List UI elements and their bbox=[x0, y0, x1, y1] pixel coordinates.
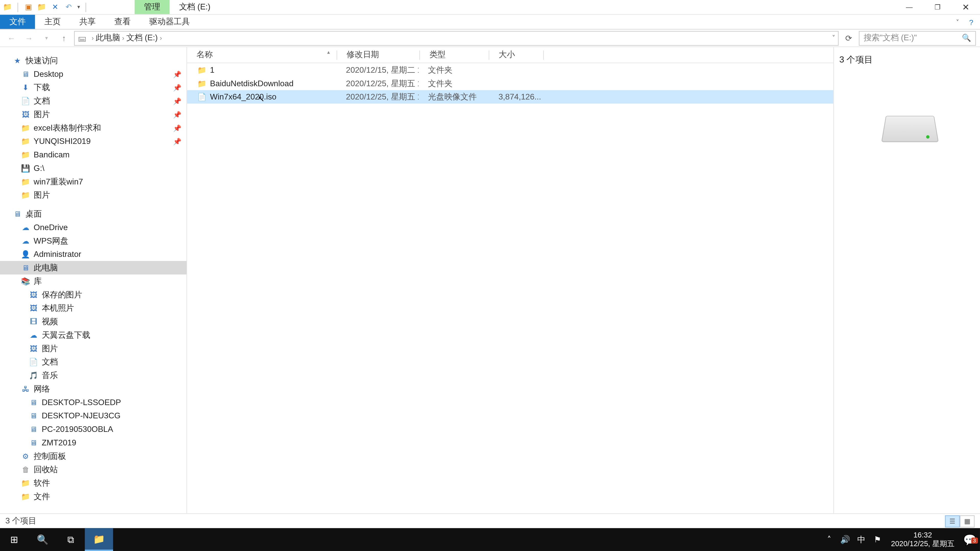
help-icon[interactable]: ? bbox=[966, 17, 976, 27]
minimize-button[interactable]: — bbox=[895, 0, 924, 14]
forward-button[interactable]: → bbox=[21, 30, 36, 45]
ime-icon[interactable]: 中 bbox=[853, 534, 870, 545]
tree-network[interactable]: 🖧 网络 bbox=[0, 382, 186, 395]
taskbar-explorer[interactable]: 📁 bbox=[85, 528, 113, 551]
tree-item[interactable]: 🖥PC-20190530OBLA bbox=[0, 422, 186, 436]
col-size[interactable]: 大小 bbox=[489, 49, 543, 61]
tree-item[interactable]: 🖼图片 bbox=[0, 342, 186, 355]
tree-item-icon: 🖥 bbox=[28, 424, 39, 434]
tree-item[interactable]: ☁OneDrive bbox=[0, 221, 186, 234]
file-date: 2020/12/25, 星期五 1... bbox=[337, 91, 419, 103]
taskview-button[interactable]: ⧉ bbox=[57, 528, 85, 551]
close-button[interactable]: ✕ bbox=[952, 0, 980, 14]
tab-view[interactable]: 查看 bbox=[105, 15, 140, 29]
ribbon-collapse-icon[interactable]: ˅ bbox=[953, 17, 963, 27]
tree-item-label: 图片 bbox=[34, 109, 50, 120]
crumb-loc[interactable]: 文档 (E:) bbox=[126, 32, 158, 44]
file-row[interactable]: 📄Win7x64_2020.iso2020/12/25, 星期五 1...光盘映… bbox=[187, 90, 833, 103]
tree-item[interactable]: 🖥此电脑 bbox=[0, 261, 186, 275]
clock[interactable]: 16:32 2020/12/25, 星期五 bbox=[886, 531, 960, 548]
file-icon: 📄 bbox=[197, 92, 207, 102]
tree-item[interactable]: ☁WPS网盘 bbox=[0, 234, 186, 248]
body: ★ 快速访问 🖥Desktop📌⬇下载📌📄文档📌🖼图片📌📁excel表格制作求和… bbox=[0, 47, 980, 513]
volume-icon[interactable]: 🔊 bbox=[837, 535, 853, 545]
details-view-button[interactable]: ☰ bbox=[945, 515, 960, 527]
file-row[interactable]: 📁12020/12/15, 星期二 1...文件夹 bbox=[187, 63, 833, 77]
address-dropdown-icon[interactable]: ˅ bbox=[832, 35, 835, 42]
col-name[interactable]: 名称▴ bbox=[187, 49, 336, 61]
status-text: 3 个项目 bbox=[5, 515, 36, 527]
tree-item-label: 保存的图片 bbox=[42, 289, 82, 300]
tree-item[interactable]: 📁文件 bbox=[0, 490, 186, 503]
tree-item-icon: 🗑 bbox=[20, 464, 31, 475]
start-button[interactable]: ⊞ bbox=[0, 528, 28, 551]
qat-customize-icon[interactable]: ▾ bbox=[77, 4, 80, 10]
tree-item[interactable]: 🗑回收站 bbox=[0, 463, 186, 476]
recent-dropdown-icon[interactable]: ▾ bbox=[39, 30, 54, 45]
notifications-button[interactable]: 💬 3 bbox=[960, 533, 980, 546]
refresh-button[interactable]: ⟳ bbox=[842, 30, 856, 45]
tree-item[interactable]: 🖼保存的图片 bbox=[0, 288, 186, 302]
crumb-sep-icon: › bbox=[160, 35, 162, 42]
tree-item-icon: 📄 bbox=[28, 357, 39, 367]
taskbar: ⊞ 🔍 ⧉ 📁 ˄ 🔊 中 ⚑ 16:32 2020/12/25, 星期五 💬 … bbox=[0, 528, 980, 551]
tab-file[interactable]: 文件 bbox=[0, 15, 35, 29]
ribbon: 文件 主页 共享 查看 驱动器工具 ˅ ? bbox=[0, 15, 980, 30]
tree-quick-access[interactable]: ★ 快速访问 bbox=[0, 54, 186, 67]
file-type: 文件夹 bbox=[418, 78, 487, 89]
tab-share[interactable]: 共享 bbox=[70, 15, 105, 29]
tree-item[interactable]: 🎞视频 bbox=[0, 315, 186, 328]
network-icon: 🖧 bbox=[20, 383, 31, 394]
search-icon[interactable]: 🔍 bbox=[962, 34, 971, 42]
tree-item[interactable]: 📚库 bbox=[0, 275, 186, 288]
tree-item[interactable]: 📄文档 bbox=[0, 355, 186, 368]
tree-item[interactable]: 📁excel表格制作求和📌 bbox=[0, 121, 186, 135]
ribbon-right: ˅ ? bbox=[953, 15, 980, 29]
undo-icon[interactable]: ↶ bbox=[64, 2, 73, 12]
pin-icon: 📌 bbox=[173, 84, 181, 91]
tree-item[interactable]: 🖥Desktop📌 bbox=[0, 67, 186, 81]
properties-icon[interactable]: ▣ bbox=[24, 2, 33, 12]
tree-item[interactable]: 🖥DESKTOP-LSSOEDP bbox=[0, 395, 186, 409]
col-date[interactable]: 修改日期 bbox=[337, 49, 419, 61]
file-icon: 📁 bbox=[197, 78, 207, 89]
tree-item[interactable]: 🖼本机照片 bbox=[0, 302, 186, 315]
tree-desktop-root[interactable]: 🖥 桌面 bbox=[0, 207, 186, 221]
maximize-button[interactable]: ❐ bbox=[923, 0, 952, 14]
file-row[interactable]: 📁BaiduNetdiskDownload2020/12/25, 星期五 1..… bbox=[187, 77, 833, 90]
context-tab[interactable]: 管理 bbox=[135, 0, 169, 14]
thumbnails-view-button[interactable]: ▦ bbox=[960, 515, 975, 527]
tree-item-label: 文档 bbox=[34, 95, 50, 106]
newfolder-icon[interactable]: 📁 bbox=[37, 2, 46, 12]
search-input[interactable]: 搜索"文档 (E:)" 🔍 bbox=[859, 30, 976, 45]
back-button[interactable]: ← bbox=[4, 30, 19, 45]
tray-overflow-icon[interactable]: ˄ bbox=[821, 535, 837, 545]
tree-item[interactable]: 📁Bandicam bbox=[0, 148, 186, 162]
tree-item[interactable]: ⚙控制面板 bbox=[0, 449, 186, 463]
col-type[interactable]: 类型 bbox=[420, 49, 489, 61]
tree-item[interactable]: 💾G:\ bbox=[0, 162, 186, 175]
tree-item[interactable]: 📁win7重装win7 bbox=[0, 175, 186, 189]
tree-item[interactable]: 📁图片 bbox=[0, 188, 186, 202]
tree-item[interactable]: 🎵音乐 bbox=[0, 368, 186, 382]
tree-item-icon: ⬇ bbox=[20, 82, 31, 93]
tree-item[interactable]: 📄文档📌 bbox=[0, 94, 186, 108]
tree-item[interactable]: ☁天翼云盘下载 bbox=[0, 328, 186, 342]
crumb-root[interactable]: 此电脑 bbox=[96, 32, 120, 44]
search-button[interactable]: 🔍 bbox=[28, 528, 57, 551]
tree-item[interactable]: 📁YUNQISHI2019📌 bbox=[0, 135, 186, 148]
tree-item[interactable]: 🖥DESKTOP-NJEU3CG bbox=[0, 409, 186, 422]
security-icon[interactable]: ⚑ bbox=[870, 535, 886, 545]
tree-item[interactable]: 🖥ZMT2019 bbox=[0, 436, 186, 449]
tree-item[interactable]: 🖼图片📌 bbox=[0, 108, 186, 121]
address-bar[interactable]: 🖴 › 此电脑 › 文档 (E:) › ˅ bbox=[74, 30, 838, 45]
up-button[interactable]: ↑ bbox=[57, 30, 72, 45]
tree-item[interactable]: ⬇下载📌 bbox=[0, 81, 186, 94]
tree-item[interactable]: 📁软件 bbox=[0, 476, 186, 490]
tab-drivetools[interactable]: 驱动器工具 bbox=[140, 15, 199, 29]
tree-item[interactable]: 👤Administrator bbox=[0, 248, 186, 261]
delete-icon[interactable]: ✕ bbox=[51, 2, 60, 12]
file-date: 2020/12/25, 星期五 1... bbox=[337, 78, 419, 89]
pin-icon: 📌 bbox=[173, 138, 181, 145]
tab-home[interactable]: 主页 bbox=[35, 15, 70, 29]
